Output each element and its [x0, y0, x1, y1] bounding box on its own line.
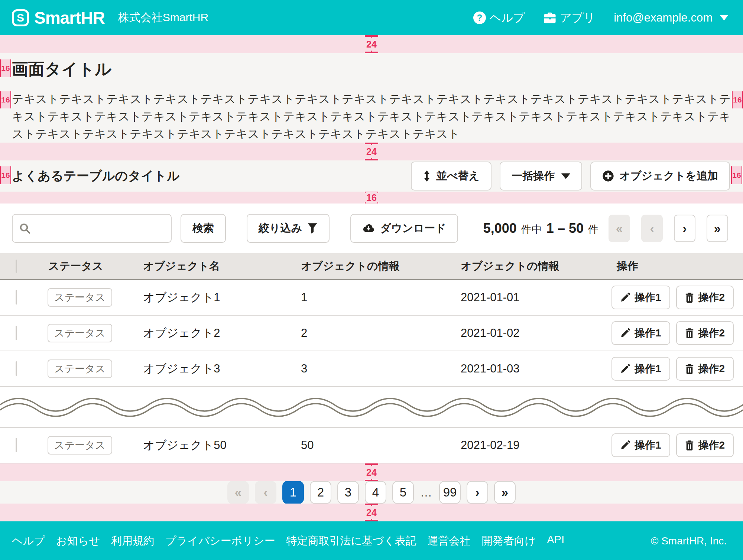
delete-button[interactable]: 操作2: [676, 321, 734, 345]
delete-button[interactable]: 操作2: [676, 357, 734, 381]
add-object-button[interactable]: オブジェクトを追加: [590, 162, 730, 191]
search-submit-button[interactable]: 検索: [181, 214, 226, 243]
prev-page-button[interactable]: ‹: [641, 215, 663, 242]
object-name: オブジェクト3: [136, 361, 293, 377]
page-button-3[interactable]: 3: [337, 481, 359, 504]
edit-button-label: 操作1: [635, 438, 661, 452]
filter-button[interactable]: 絞り込み: [247, 214, 330, 243]
delete-button[interactable]: 操作2: [676, 433, 734, 457]
footer-link-help[interactable]: ヘルプ: [12, 534, 45, 548]
row-checkbox[interactable]: [16, 326, 17, 340]
footer-link-company[interactable]: 運営会社: [428, 534, 471, 548]
bulk-action-label: 一括操作: [512, 169, 555, 183]
table-title-row: よくあるテーブルのタイトル 並べ替え 一括操作 オブジェクトを追加: [0, 160, 743, 192]
footer-link-terms[interactable]: 利用規約: [111, 534, 154, 548]
sort-button[interactable]: 並べ替え: [411, 162, 491, 191]
pagination: « ‹ 1 2 3 4 5 … 99 › »: [0, 481, 743, 504]
copyright: © SmartHR, Inc.: [651, 535, 727, 547]
last-page-button[interactable]: »: [707, 215, 728, 242]
smarthr-logo-icon: S: [12, 9, 29, 26]
last-page-button[interactable]: »: [494, 481, 516, 504]
trash-icon: [685, 328, 694, 338]
help-button[interactable]: ? ヘルプ: [473, 10, 525, 26]
select-all-checkbox[interactable]: [16, 260, 17, 273]
search-box[interactable]: [12, 214, 172, 243]
column-header-status: ステータス: [41, 259, 136, 274]
help-icon: ?: [473, 12, 486, 24]
table-row: ステータス オブジェクト1 1 2021-01-01 操作1 操作2: [0, 280, 743, 316]
status-badge: ステータス: [48, 324, 112, 342]
footer-link-developers[interactable]: 開発者向け: [482, 534, 536, 548]
footer-link-privacy[interactable]: プライバシーポリシー: [165, 534, 275, 548]
column-header-info2: オブジェクトの情報: [453, 259, 609, 274]
page-button-2[interactable]: 2: [310, 481, 331, 504]
table-row: ステータス オブジェクト3 3 2021-01-03 操作1 操作2: [0, 351, 743, 387]
chevron-down-icon: [561, 173, 570, 179]
row-checkbox[interactable]: [16, 438, 17, 452]
row-checkbox[interactable]: [16, 290, 17, 305]
footer-link-api[interactable]: API: [547, 534, 564, 548]
measure-16-card: 16: [365, 192, 378, 204]
sort-updown-icon: [423, 170, 431, 182]
edit-button[interactable]: 操作1: [611, 321, 670, 345]
object-info: 50: [293, 439, 453, 452]
plus-circle-icon: [602, 170, 614, 182]
help-label: ヘルプ: [490, 10, 525, 26]
measure-16-title-left: 16: [0, 59, 11, 77]
row-checkbox[interactable]: [16, 361, 17, 376]
spacing-band-header: 24: [0, 35, 743, 53]
measure-16-desc-left: 16: [0, 91, 11, 108]
column-header-actions: 操作: [609, 259, 743, 274]
delete-button[interactable]: 操作2: [676, 286, 734, 309]
pencil-icon: [620, 364, 630, 374]
first-page-button[interactable]: «: [227, 481, 249, 504]
page-button-5[interactable]: 5: [392, 481, 414, 504]
delete-button-label: 操作2: [698, 326, 725, 340]
bulk-action-button[interactable]: 一括操作: [500, 162, 582, 191]
spacing-band-card: 16: [0, 192, 743, 204]
edit-button[interactable]: 操作1: [611, 433, 670, 457]
account-menu[interactable]: info@example.com: [614, 11, 728, 25]
object-info: 1: [293, 291, 453, 304]
footer-link-commerce[interactable]: 特定商取引法に基づく表記: [286, 534, 416, 548]
object-name: オブジェクト1: [136, 290, 293, 305]
edit-button[interactable]: 操作1: [611, 357, 670, 381]
measure-24-section: 24: [365, 143, 378, 160]
company-name: 株式会社SmartHR: [118, 10, 208, 25]
apps-label: アプリ: [560, 10, 595, 26]
logo-wordmark: SmartHR: [34, 8, 105, 28]
table-toolbar: 検索 絞り込み ダウンロード 5,000 件中 1 – 50 件 « ‹ › »: [0, 204, 743, 253]
search-input[interactable]: [35, 222, 169, 234]
next-page-button[interactable]: ›: [467, 481, 488, 504]
page-button-99[interactable]: 99: [439, 481, 461, 504]
object-date: 2021-01-01: [453, 291, 609, 304]
object-name: オブジェクト2: [136, 325, 293, 341]
search-icon: [19, 223, 30, 234]
truncation-wave-separator: [0, 387, 743, 428]
search-submit-label: 検索: [192, 221, 214, 236]
spacing-band-pagination-top: 24: [0, 463, 743, 481]
page-button-1[interactable]: 1: [282, 481, 304, 504]
column-header-info1: オブジェクトの情報: [293, 259, 453, 274]
download-label: ダウンロード: [380, 221, 446, 236]
smarthr-logo[interactable]: S SmartHR: [12, 8, 105, 28]
table-row: ステータス オブジェクト2 2 2021-01-02 操作1 操作2: [0, 316, 743, 351]
trash-icon: [685, 440, 694, 450]
download-button[interactable]: ダウンロード: [350, 214, 458, 243]
apps-button[interactable]: アプリ: [544, 10, 595, 26]
measure-16-table-title-right: 16: [731, 166, 742, 184]
object-name: オブジェクト50: [136, 437, 293, 453]
logo-letter: S: [17, 12, 24, 24]
footer-link-news[interactable]: お知らせ: [56, 534, 100, 548]
edit-button[interactable]: 操作1: [611, 286, 670, 309]
column-header-name: オブジェクト名: [136, 259, 293, 274]
result-count: 5,000 件中 1 – 50 件: [483, 221, 598, 237]
delete-button-label: 操作2: [698, 362, 725, 376]
first-page-button[interactable]: «: [609, 215, 630, 242]
next-page-button[interactable]: ›: [674, 215, 695, 242]
page-button-4[interactable]: 4: [365, 481, 386, 504]
measure-24-header: 24: [365, 35, 378, 53]
count-range-unit: 件: [588, 222, 598, 237]
prev-page-button[interactable]: ‹: [255, 481, 276, 504]
account-email: info@example.com: [614, 11, 713, 25]
